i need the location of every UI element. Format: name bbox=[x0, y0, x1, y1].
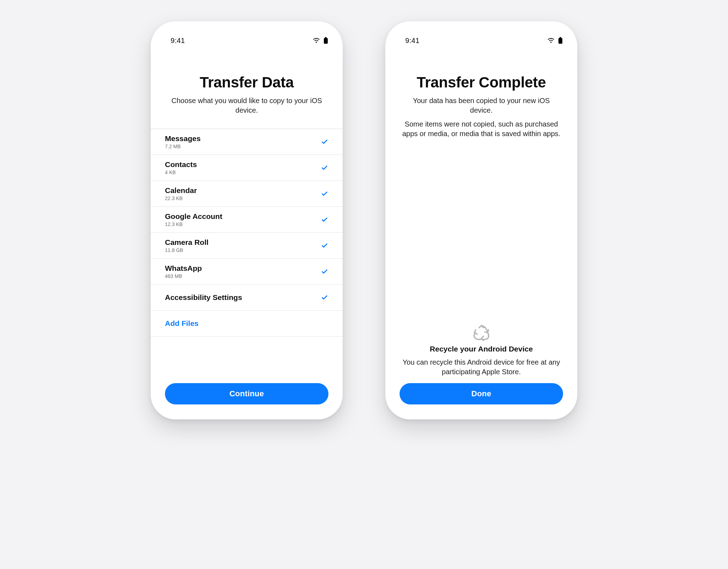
spacer bbox=[385, 146, 577, 325]
svg-rect-3 bbox=[560, 37, 561, 38]
recycle-icon bbox=[401, 325, 562, 341]
svg-rect-1 bbox=[325, 37, 327, 38]
list-item-calendar[interactable]: Calendar 22.3 KB bbox=[151, 181, 343, 207]
item-title: Calendar bbox=[165, 186, 197, 195]
button-wrap: Continue bbox=[151, 380, 343, 419]
checkmark-icon bbox=[321, 190, 328, 198]
data-type-list: Messages 7.2 MB Contacts 4 KB Calendar 2… bbox=[151, 129, 343, 380]
item-title: Camera Roll bbox=[165, 238, 209, 247]
status-icons bbox=[312, 37, 328, 44]
heading-block: Transfer Data Choose what you would like… bbox=[151, 50, 343, 122]
list-item-messages[interactable]: Messages 7.2 MB bbox=[151, 129, 343, 155]
item-title: Google Account bbox=[165, 212, 222, 221]
page-title: Transfer Complete bbox=[398, 74, 564, 91]
heading-block: Transfer Complete Your data has been cop… bbox=[385, 50, 577, 146]
item-size: 12.3 KB bbox=[165, 221, 222, 227]
item-size: 22.3 KB bbox=[165, 195, 197, 201]
phone-transfer-complete: 9:41 Transfer Complete Your data has bee… bbox=[385, 21, 577, 419]
checkmark-icon bbox=[321, 242, 328, 249]
item-title: Accessibility Settings bbox=[165, 293, 242, 302]
list-item-accessibility[interactable]: Accessibility Settings bbox=[151, 285, 343, 311]
item-title: Contacts bbox=[165, 160, 197, 169]
recycle-title: Recycle your Android Device bbox=[401, 345, 562, 353]
svg-rect-2 bbox=[558, 38, 562, 44]
wifi-icon bbox=[547, 38, 555, 43]
item-size: 11.8 GB bbox=[165, 247, 209, 253]
checkmark-icon bbox=[321, 164, 328, 172]
item-title: Messages bbox=[165, 134, 200, 143]
status-bar: 9:41 bbox=[385, 31, 577, 50]
status-time: 9:41 bbox=[171, 37, 185, 45]
checkmark-icon bbox=[321, 138, 328, 146]
page-subtitle: Choose what you would like to copy to yo… bbox=[164, 96, 330, 115]
page-subtitle: Your data has been copied to your new iO… bbox=[398, 96, 564, 115]
page-extra-text: Some items were not copied, such as purc… bbox=[398, 115, 564, 139]
list-item-contacts[interactable]: Contacts 4 KB bbox=[151, 155, 343, 181]
wifi-icon bbox=[312, 38, 320, 43]
battery-icon bbox=[558, 37, 563, 44]
battery-icon bbox=[323, 37, 328, 44]
status-bar: 9:41 bbox=[151, 31, 343, 50]
list-item-google-account[interactable]: Google Account 12.3 KB bbox=[151, 207, 343, 233]
add-files-row[interactable]: Add Files bbox=[151, 311, 343, 337]
continue-button[interactable]: Continue bbox=[165, 383, 328, 404]
checkmark-icon bbox=[321, 268, 328, 275]
done-button[interactable]: Done bbox=[400, 383, 563, 404]
svg-rect-0 bbox=[324, 38, 328, 44]
item-title: WhatsApp bbox=[165, 264, 202, 273]
recycle-block: Recycle your Android Device You can recy… bbox=[385, 325, 577, 380]
phone-transfer-data: 9:41 Transfer Data Choose what you would… bbox=[151, 21, 343, 419]
button-wrap: Done bbox=[385, 380, 577, 419]
page-title: Transfer Data bbox=[164, 74, 330, 91]
status-icons bbox=[547, 37, 563, 44]
list-item-camera-roll[interactable]: Camera Roll 11.8 GB bbox=[151, 233, 343, 259]
checkmark-icon bbox=[321, 294, 328, 301]
checkmark-icon bbox=[321, 216, 328, 224]
item-size: 463 MB bbox=[165, 273, 202, 279]
list-item-whatsapp[interactable]: WhatsApp 463 MB bbox=[151, 259, 343, 285]
status-time: 9:41 bbox=[405, 37, 419, 45]
recycle-text: You can recycle this Android device for … bbox=[401, 358, 562, 377]
item-size: 7.2 MB bbox=[165, 144, 200, 149]
item-size: 4 KB bbox=[165, 170, 197, 175]
add-files-label: Add Files bbox=[165, 319, 199, 328]
